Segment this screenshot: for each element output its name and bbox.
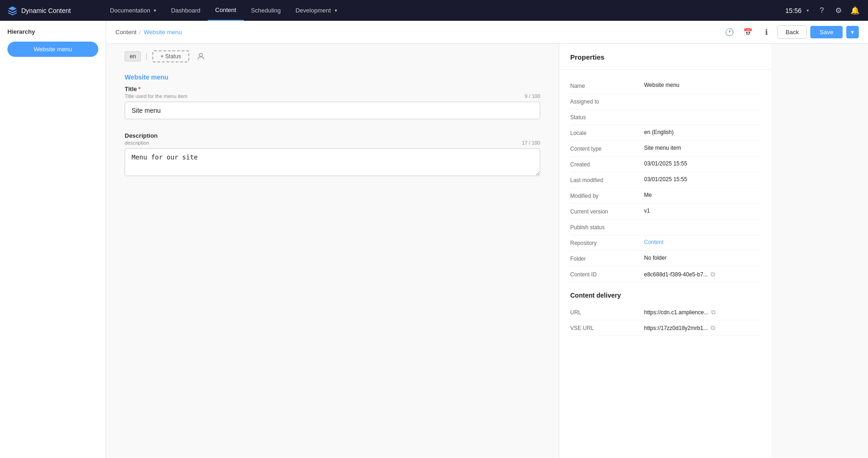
nav-item-scheduling[interactable]: Scheduling bbox=[244, 0, 288, 21]
form-inner: en | + Status Website menu bbox=[106, 44, 559, 458]
prop-key: Content ID bbox=[570, 270, 644, 278]
properties-table: Name Website menu Assigned to Status Loc… bbox=[559, 70, 771, 282]
prop-key: Name bbox=[570, 82, 644, 89]
section-header[interactable]: Website menu bbox=[115, 67, 549, 85]
chevron-down-icon: ▾ bbox=[335, 8, 337, 13]
time-dropdown-icon[interactable]: ▾ bbox=[807, 8, 809, 13]
prop-key: URL bbox=[570, 308, 644, 316]
breadcrumb-separator: / bbox=[139, 29, 141, 36]
add-status-button[interactable]: + Status bbox=[152, 50, 189, 62]
nav-item-documentation[interactable]: Documentation ▾ bbox=[102, 0, 163, 21]
description-label: Description bbox=[125, 132, 540, 139]
prop-row-url: URL https://cdn.c1.amplience... ⧉ bbox=[570, 305, 760, 320]
prop-val-last-modified: 03/01/2025 15:55 bbox=[644, 176, 760, 183]
sidebar-title: Hierarchy bbox=[0, 28, 106, 42]
prop-row-last-modified: Last modified 03/01/2025 15:55 bbox=[570, 172, 760, 188]
title-hint-row: Title used for the menu item 9 / 100 bbox=[125, 93, 540, 99]
prop-row-assigned-to: Assigned to bbox=[570, 94, 760, 110]
prop-val-locale: en (English) bbox=[644, 129, 760, 135]
nav-item-content[interactable]: Content bbox=[208, 0, 244, 21]
app-logo[interactable]: Dynamic Content bbox=[6, 6, 102, 16]
prop-val-modified-by: Me bbox=[644, 192, 760, 198]
prop-key: Current version bbox=[570, 208, 644, 215]
more-options-button[interactable]: ▾ bbox=[846, 26, 859, 38]
settings-icon[interactable]: ⚙ bbox=[831, 3, 846, 18]
prop-row-publish-status: Publish status bbox=[570, 220, 760, 235]
top-navigation: Dynamic Content Documentation ▾ Dashboar… bbox=[0, 0, 868, 21]
description-hint-row: description 17 / 100 bbox=[125, 140, 540, 146]
properties-panel: Properties Name Website menu Assigned to… bbox=[559, 44, 771, 458]
app-name: Dynamic Content bbox=[21, 7, 71, 14]
prop-row-name: Name Website menu bbox=[570, 78, 760, 94]
svg-point-0 bbox=[199, 53, 203, 56]
url-value[interactable]: https://cdn.c1.amplience... bbox=[644, 309, 708, 316]
copy-url-button[interactable]: ⧉ bbox=[711, 308, 716, 316]
vse-url-value[interactable]: https://17zz0d18y2mrb1... bbox=[644, 325, 708, 331]
user-icon[interactable] bbox=[194, 49, 208, 63]
info-icon[interactable]: ℹ bbox=[759, 25, 774, 40]
prop-key: Locale bbox=[570, 129, 644, 136]
prop-key: Last modified bbox=[570, 176, 644, 183]
prop-key: Publish status bbox=[570, 223, 644, 231]
back-button[interactable]: Back bbox=[778, 25, 807, 39]
prop-row-vse-url: VSE URL https://17zz0d18y2mrb1... ⧉ bbox=[570, 320, 760, 336]
clock-display: 15:56 bbox=[785, 7, 802, 14]
title-hint: Title used for the menu item bbox=[125, 93, 187, 99]
prop-row-folder: Folder No folder bbox=[570, 251, 760, 267]
prop-key: Modified by bbox=[570, 192, 644, 199]
breadcrumb-content-link[interactable]: Content bbox=[115, 29, 137, 36]
prop-val-repository[interactable]: Content bbox=[644, 239, 760, 245]
description-count: 17 / 100 bbox=[522, 140, 540, 146]
prop-key: Repository bbox=[570, 239, 644, 246]
prop-row-modified-by: Modified by Me bbox=[570, 188, 760, 204]
calendar-icon[interactable]: 📅 bbox=[741, 25, 755, 40]
status-bar: en | + Status bbox=[115, 44, 549, 67]
prop-val-name: Website menu bbox=[644, 82, 760, 88]
main-layout: Hierarchy Website menu Content / Website… bbox=[0, 21, 868, 458]
prop-val-url: https://cdn.c1.amplience... ⧉ bbox=[644, 308, 760, 316]
title-count: 9 / 100 bbox=[524, 93, 540, 99]
form-content: Title * Title used for the menu item 9 /… bbox=[115, 85, 549, 177]
description-field-group: Description description 17 / 100 Menu fo… bbox=[125, 132, 540, 177]
prop-row-locale: Locale en (English) bbox=[570, 125, 760, 141]
nav-item-dashboard[interactable]: Dashboard bbox=[163, 0, 208, 21]
copy-vse-url-button[interactable]: ⧉ bbox=[711, 324, 715, 332]
content-id-value: e8c688d1-f389-40e5-b7... bbox=[644, 271, 708, 278]
history-icon[interactable]: 🕐 bbox=[722, 25, 737, 40]
breadcrumb-current[interactable]: Website menu bbox=[144, 29, 182, 36]
title-label: Title * bbox=[125, 85, 540, 92]
prop-key: VSE URL bbox=[570, 324, 644, 331]
prop-val-vse-url: https://17zz0d18y2mrb1... ⧉ bbox=[644, 324, 760, 332]
breadcrumb: Content / Website menu bbox=[115, 29, 182, 36]
user-svg-icon bbox=[196, 52, 205, 61]
chevron-down-icon: ▾ bbox=[851, 29, 854, 36]
status-divider: | bbox=[145, 52, 147, 61]
required-indicator: * bbox=[139, 85, 141, 92]
chevron-down-icon: ▾ bbox=[154, 8, 156, 13]
locale-badge: en bbox=[125, 51, 141, 61]
save-button[interactable]: Save bbox=[810, 26, 843, 38]
notifications-icon[interactable]: 🔔 bbox=[848, 3, 862, 18]
prop-key: Assigned to bbox=[570, 98, 644, 105]
description-input[interactable]: Menu for our site bbox=[125, 148, 540, 176]
title-input[interactable] bbox=[125, 102, 540, 119]
nav-item-development[interactable]: Development ▾ bbox=[288, 0, 344, 21]
content-delivery-title: Content delivery bbox=[559, 282, 771, 305]
prop-val-folder: No folder bbox=[644, 255, 760, 261]
properties-title: Properties bbox=[559, 53, 771, 70]
delivery-table: URL https://cdn.c1.amplience... ⧉ VSE UR… bbox=[559, 305, 771, 336]
help-icon[interactable]: ? bbox=[814, 3, 829, 18]
content-area: Content / Website menu 🕐 📅 ℹ Back Save ▾ bbox=[106, 21, 868, 458]
prop-val-content-type: Site menu item bbox=[644, 145, 760, 151]
prop-key: Content type bbox=[570, 145, 644, 152]
prop-row-content-type: Content type Site menu item bbox=[570, 141, 760, 157]
prop-row-current-version: Current version v1 bbox=[570, 204, 760, 220]
breadcrumb-actions: 🕐 📅 ℹ Back Save ▾ bbox=[722, 25, 859, 40]
app-logo-icon bbox=[7, 6, 18, 16]
prop-row-status: Status bbox=[570, 110, 760, 125]
description-hint: description bbox=[125, 140, 149, 146]
website-menu-button[interactable]: Website menu bbox=[7, 42, 98, 57]
breadcrumb-bar: Content / Website menu 🕐 📅 ℹ Back Save ▾ bbox=[106, 21, 868, 44]
form-panel: en | + Status Website menu bbox=[106, 44, 868, 458]
copy-content-id-button[interactable]: ⧉ bbox=[711, 270, 715, 278]
